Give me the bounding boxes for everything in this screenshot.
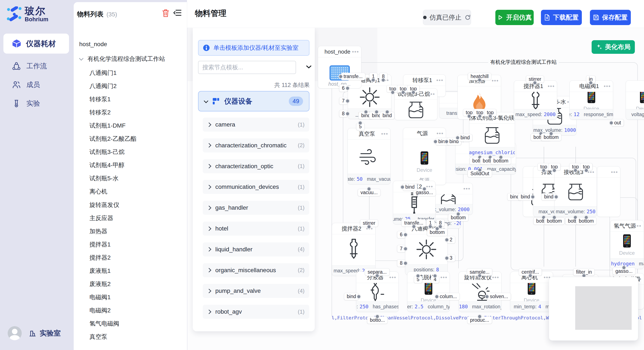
node-card-试剂瓶3-己烷[interactable]: 试剂瓶3-己烷••• (394, 88, 438, 120)
tree-leaf[interactable]: 主反应器 (90, 214, 113, 222)
node-card[interactable]: ••• (597, 166, 620, 217)
minimap-viewport[interactable] (575, 286, 632, 330)
node-menu-icon[interactable]: ••• (604, 81, 611, 92)
node-card-气源[interactable]: 气源•••Device气源 (403, 128, 446, 185)
node-menu-icon[interactable]: ••• (506, 112, 512, 123)
port-dot-icon[interactable] (346, 112, 350, 116)
node-menu-icon[interactable]: ••• (492, 75, 499, 86)
tree-leaf[interactable]: 转移泵2 (90, 108, 111, 117)
refresh-icon[interactable] (464, 14, 471, 21)
tree-leaf[interactable]: 废液瓶2 (90, 280, 111, 288)
port-chip-bind[interactable]: bind (458, 134, 472, 141)
port-chip-7[interactable]: 7 (339, 97, 348, 105)
port-dot-icon[interactable] (456, 212, 460, 216)
port-dot-icon[interactable] (375, 315, 379, 319)
port-dot-icon[interactable] (499, 155, 503, 159)
port-chip-5[interactable]: 5 (356, 123, 364, 130)
port-dot-icon[interactable] (403, 247, 408, 251)
port-dot-icon[interactable] (435, 295, 439, 299)
node-card-电磁阀1[interactable]: 电磁阀1•••Devicevoltage:12response_time:0.1 (570, 80, 613, 120)
tree-leaf[interactable]: 八通阀门1 (90, 69, 117, 77)
port-dot-icon[interactable] (416, 274, 420, 278)
port-dot-icon[interactable] (346, 99, 350, 103)
port-chip-in[interactable]: in (586, 75, 596, 83)
port-dot-icon[interactable] (445, 256, 449, 260)
port-dot-icon[interactable] (584, 169, 588, 173)
node-menu-icon[interactable]: ••• (611, 167, 618, 177)
port-chip-bottom[interactable]: bottom (427, 229, 448, 236)
port-dot-icon[interactable] (411, 90, 415, 94)
port-chip-top[interactable]: top (569, 163, 582, 171)
port-dot-icon[interactable] (403, 261, 408, 265)
node-card-搅拌器2[interactable]: 搅拌器2•••max_speed:2000 (332, 223, 376, 276)
tree-leaf[interactable]: 试剂瓶3-己烷 (90, 148, 124, 156)
port-chip-4[interactable]: 4 (431, 276, 439, 283)
category-row-hotel[interactable]: hotel(1) (203, 222, 309, 236)
port-chip-1[interactable]: 1 (369, 73, 378, 80)
category-row-gas_handler[interactable]: gas_handler(1) (203, 201, 309, 215)
port-dot-icon[interactable] (390, 90, 394, 94)
node-menu-icon[interactable]: ••• (381, 128, 388, 139)
port-dot-icon[interactable] (531, 195, 535, 199)
sidebar-item-members[interactable]: 成员 (4, 77, 69, 92)
port-chip-out[interactable]: out (612, 119, 624, 127)
tree-leaf[interactable]: 转移泵1 (90, 95, 111, 104)
port-chip-bind[interactable]: bind (402, 183, 417, 191)
port-chip-1[interactable]: 1 (426, 219, 435, 227)
port-dot-icon[interactable] (400, 185, 404, 189)
port-dot-icon[interactable] (428, 224, 432, 229)
port-dot-icon[interactable] (357, 295, 361, 299)
port-dot-icon[interactable] (485, 295, 489, 299)
port-dot-icon[interactable] (412, 224, 416, 229)
chevron-down-icon[interactable] (306, 65, 312, 69)
tree-leaf[interactable]: 搅拌器2 (90, 253, 111, 262)
port-dot-icon[interactable] (374, 110, 378, 114)
node-menu-icon[interactable]: ••• (389, 272, 396, 283)
port-dot-icon[interactable] (584, 215, 588, 219)
node-menu-icon[interactable]: ••• (436, 128, 444, 139)
port-dot-icon[interactable] (433, 274, 437, 278)
tree-leaf[interactable]: 废液瓶1 (90, 267, 111, 275)
tree-leaf[interactable]: 试剂瓶5-水 (90, 174, 118, 183)
node-menu-icon[interactable]: ••• (352, 46, 359, 57)
tree-leaf[interactable]: 八通阀门2 (90, 82, 117, 90)
port-chip-transfe[interactable]: transfe... (341, 73, 365, 80)
port-dot-icon[interactable] (367, 187, 371, 191)
port-dot-icon[interactable] (422, 187, 426, 191)
port-chip-8[interactable]: 8 (379, 73, 388, 80)
node-card-离心机[interactable]: 离心机•••Devicep:40min_temp:4max_spe (510, 272, 553, 312)
port-dot-icon[interactable] (478, 274, 482, 278)
sidebar-item-workflow[interactable]: 工作流 (4, 59, 69, 74)
port-chip-filterin[interactable]: filter_in (573, 268, 594, 276)
beautify-layout-button[interactable]: 美化布局 (592, 40, 635, 54)
node-card[interactable]: •••Devicevoltage:12 (626, 80, 644, 120)
category-row-liquid_handler[interactable]: liquid_handler(4) (203, 242, 309, 256)
port-dot-icon[interactable] (573, 169, 577, 173)
port-chip-6[interactable]: 6 (397, 231, 406, 238)
category-group-instruments[interactable]: 仪器设备 49 (198, 91, 310, 111)
port-dot-icon[interactable] (401, 90, 405, 94)
port-chip-8[interactable]: 8 (339, 110, 348, 117)
port-dot-icon[interactable] (542, 169, 546, 173)
port-chip-bottom[interactable]: bottom (541, 134, 561, 141)
tree-leaf[interactable]: 电磁阀2 (90, 306, 111, 315)
node-menu-icon[interactable]: ••• (548, 81, 555, 92)
port-dot-icon[interactable] (554, 195, 558, 199)
port-chip-produc[interactable]: produc... (467, 316, 492, 324)
collapse-list-icon[interactable] (173, 9, 182, 16)
port-dot-icon[interactable] (552, 215, 556, 219)
port-dot-icon[interactable] (552, 169, 556, 173)
category-row-characterization_optic[interactable]: characterization_optic(1) (203, 159, 309, 173)
port-chip-bottom[interactable]: bottom (576, 217, 596, 225)
port-dot-icon[interactable] (375, 274, 379, 278)
port-chip-top[interactable]: top (407, 85, 420, 93)
node-card-真空泵[interactable]: 真空泵•••pump_rate:50max_vacuum:0.1 (348, 128, 390, 184)
port-dot-icon[interactable] (346, 86, 350, 90)
node-card-氢气气源[interactable]: 氢气气源•••Device_type:hydrogenmax_pre (610, 220, 644, 269)
node-card-搅拌器1[interactable]: 搅拌器1•••max_speed:2000 (514, 80, 557, 120)
sidebar-item-instruments[interactable]: 仪器耗材 (4, 34, 69, 54)
port-chip-botto[interactable]: botto... (367, 316, 388, 324)
node-menu-icon[interactable]: ••• (440, 272, 448, 283)
tree-leaf[interactable]: 试剂瓶1-DMF (90, 121, 126, 130)
port-chip-bottom[interactable]: bottom (491, 157, 511, 165)
